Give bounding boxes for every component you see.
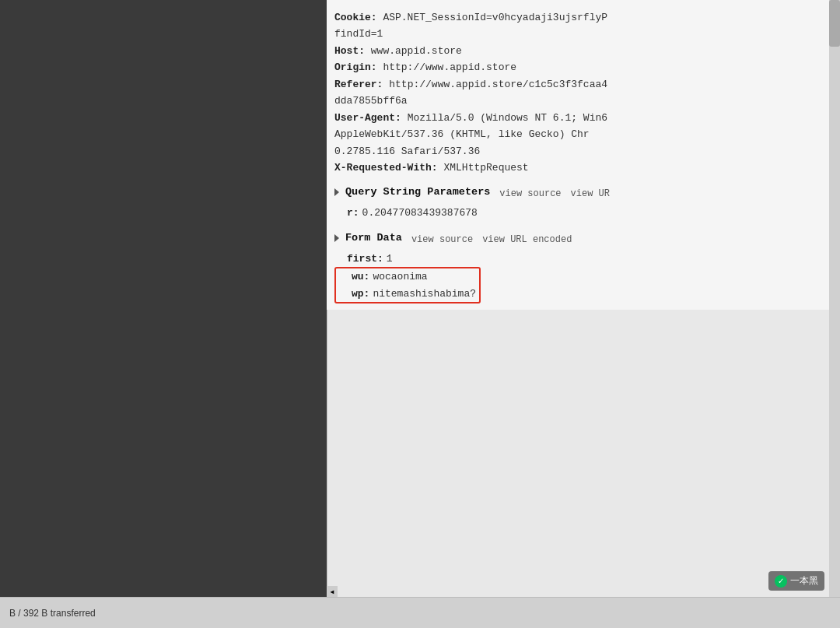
form-param-wp: wp: nitemashishabima?	[339, 286, 476, 302]
form-param-wu-key: wu:	[352, 268, 369, 285]
form-view-source-link[interactable]: view source	[411, 233, 473, 247]
form-param-first: first: 1	[334, 251, 809, 267]
form-param-first-key: first:	[347, 251, 383, 267]
header-value-ua: Mozilla/5.0 (Windows NT 6.1; Win6	[401, 112, 607, 124]
header-cookie-line: Cookie: ASP.NET_SessionId=v0hcyadaji3ujs…	[334, 9, 809, 26]
header-key-xrw: X-Requested-With:	[334, 162, 438, 174]
headers-section: Cookie: ASP.NET_SessionId=v0hcyadaji3ujs…	[327, 0, 829, 310]
request-data: Cookie: ASP.NET_SessionId=v0hcyadaji3ujs…	[334, 3, 821, 310]
triangle-icon-query	[334, 188, 339, 196]
form-param-wp-value: nitemashishabima?	[373, 286, 476, 302]
query-param-r-value: 0.20477083439387678	[362, 205, 478, 221]
header-ua-cont1: AppleWebKit/537.36 (KHTML, like Gecko) C…	[334, 126, 809, 142]
form-param-wu: wu: wocaonima	[339, 268, 476, 285]
query-string-title: Query String Parameters	[334, 184, 490, 201]
header-value-findid: findId=1	[334, 28, 383, 40]
scrollbar-thumb[interactable]	[829, 0, 840, 47]
header-key-ua: User-Agent:	[334, 112, 401, 124]
highlighted-params-box: wu: wocaonima wp: nitemashishabima?	[334, 267, 481, 303]
header-key-host: Host:	[334, 45, 365, 57]
header-value-xrw: XMLHttpRequest	[438, 162, 529, 174]
form-data-section-header: Form Data view source view URL encoded	[334, 230, 809, 247]
form-view-url-encoded-link[interactable]: view URL encoded	[482, 233, 572, 247]
form-param-wp-key: wp:	[352, 286, 369, 302]
query-view-source-link[interactable]: view source	[499, 187, 561, 202]
header-referer-cont: dda7855bff6a	[334, 93, 809, 109]
status-text: B / 392 B transferred	[9, 608, 96, 619]
header-ua-cont2: 0.2785.116 Safari/537.36	[334, 143, 809, 160]
query-string-section-header: Query String Parameters view source view…	[334, 184, 809, 202]
left-panel	[0, 0, 327, 597]
wechat-label: 一本黑	[790, 574, 818, 588]
form-data-title: Form Data	[334, 230, 402, 247]
query-view-url-link[interactable]: view UR	[571, 187, 610, 202]
header-key-origin: Origin:	[334, 61, 377, 73]
triangle-icon-form	[334, 234, 339, 242]
query-param-r-key: r:	[347, 205, 359, 221]
scrollbar-track[interactable]	[829, 0, 840, 597]
header-value-ua-cont2: 0.2785.116 Safari/537.36	[334, 146, 480, 157]
header-origin-line: Origin: http://www.appid.store	[334, 59, 809, 75]
header-host-line: Host: www.appid.store	[334, 43, 809, 59]
header-xrw-line: X-Requested-With: XMLHttpRequest	[334, 160, 809, 176]
header-value-origin: http://www.appid.store	[377, 61, 516, 73]
header-findid-line: findId=1	[334, 26, 809, 42]
header-value-cookie: ASP.NET_SessionId=v0hcyadaji3ujsrflyP	[377, 12, 607, 23]
header-value-referer: http://www.appid.store/c1c5c3f3fcaa4	[383, 79, 607, 90]
query-string-title-text: Query String Parameters	[345, 184, 490, 201]
header-key-cookie: Cookie:	[334, 12, 377, 23]
header-value-referer-cont: dda7855bff6a	[334, 95, 408, 107]
form-param-wu-value: wocaonima	[373, 268, 427, 285]
header-key-referer: Referer:	[334, 79, 383, 90]
header-value-ua-cont1: AppleWebKit/537.36 (KHTML, like Gecko) C…	[334, 128, 590, 140]
wechat-badge: ✓ 一本黑	[768, 571, 824, 591]
query-param-r: r: 0.20477083439387678	[334, 205, 809, 221]
status-bar: B / 392 B transferred	[0, 597, 840, 628]
header-referer-line: Referer: http://www.appid.store/c1c5c3f3…	[334, 76, 809, 93]
header-value-host: www.appid.store	[365, 45, 462, 57]
scroll-left-arrow[interactable]: ◀	[327, 586, 338, 597]
header-ua-line: User-Agent: Mozilla/5.0 (Windows NT 6.1;…	[334, 110, 809, 126]
wechat-icon: ✓	[775, 575, 787, 588]
screenshot-container: Cookie: ASP.NET_SessionId=v0hcyadaji3ujs…	[0, 0, 840, 628]
form-data-title-text: Form Data	[345, 230, 402, 247]
form-param-first-value: 1	[387, 251, 393, 267]
